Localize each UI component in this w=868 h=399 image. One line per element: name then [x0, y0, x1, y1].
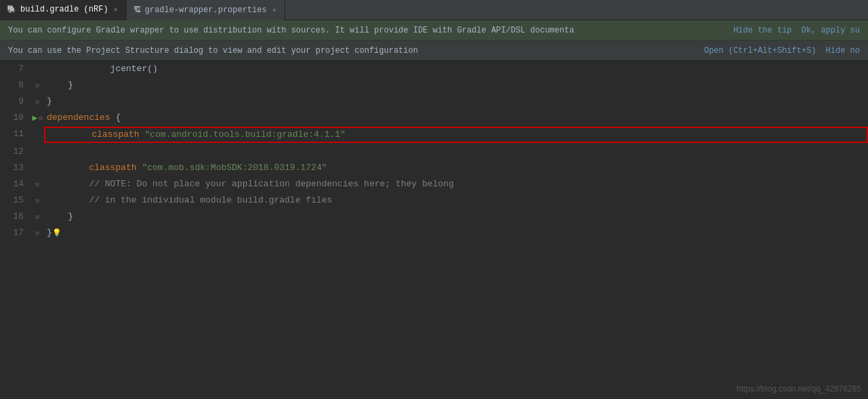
fold-icon-8[interactable]: ⊟ [35, 82, 39, 89]
code-content-9: } [44, 93, 868, 110]
line-number-10: 10 [0, 110, 30, 126]
code-content-8: } [44, 77, 868, 93]
notification-text-project: You can use the Project Structure dialog… [8, 46, 697, 56]
hide-notif-button[interactable]: Hide no [826, 46, 860, 56]
line-number-12: 12 [0, 144, 30, 160]
code-line-9: 9 ⊟ } [0, 93, 868, 110]
line-number-14: 14 [0, 176, 30, 192]
gutter-13 [30, 160, 44, 176]
gradle-icon: 🐘 [7, 5, 16, 14]
gutter-10: ▶ ⊟ [30, 110, 44, 126]
line-number-7: 7 [0, 61, 30, 77]
code-content-14: // NOTE: Do not place your application d… [44, 176, 868, 192]
notification-actions-gradle: Hide the tip Ok, apply su [733, 26, 860, 35]
fold-icon-16[interactable]: ⊟ [35, 213, 39, 221]
tab-gradle-wrapper-close[interactable]: ✕ [271, 5, 278, 15]
gutter-15: ⊟ [30, 192, 44, 209]
fold-icon-15[interactable]: ⊟ [35, 197, 39, 205]
line-number-17: 17 [0, 225, 30, 241]
code-line-14: 14 ⊟ // NOTE: Do not place your applicat… [0, 176, 868, 192]
code-area[interactable]: 7 jcenter() 8 ⊟ } 9 ⊟ } 10 ▶ ⊟ dependenc… [0, 61, 868, 399]
properties-icon: 🏗 [133, 5, 141, 14]
tab-build-gradle[interactable]: 🐘 build.gradle (nRF) ✕ [0, 0, 127, 20]
gutter-12 [30, 144, 44, 160]
hide-tip-button[interactable]: Hide the tip [733, 26, 791, 35]
notification-actions-project: Open (Ctrl+Alt+Shift+S) Hide no [704, 46, 860, 56]
open-project-structure-button[interactable]: Open (Ctrl+Alt+Shift+S) [704, 46, 817, 56]
gutter-14: ⊟ [30, 176, 44, 192]
code-line-12: 12 [0, 144, 868, 160]
tab-bar: 🐘 build.gradle (nRF) ✕ 🏗 gradle-wrapper.… [0, 0, 868, 20]
code-content-10: dependencies { [44, 110, 868, 126]
code-line-10: 10 ▶ ⊟ dependencies { [0, 110, 868, 126]
notification-bar-gradle: You can configure Gradle wrapper to use … [0, 20, 868, 41]
fold-icon-9[interactable]: ⊟ [35, 98, 39, 106]
code-line-13: 13 classpath "com.mob.sdk:MobSDK:2018.03… [0, 160, 868, 176]
tab-build-gradle-close[interactable]: ✕ [112, 5, 119, 14]
gutter-7 [30, 61, 44, 77]
tab-gradle-wrapper[interactable]: 🏗 gradle-wrapper.properties ✕ [127, 0, 285, 20]
code-content-7: jcenter() [44, 61, 868, 77]
gutter-17: ⊟ [30, 225, 44, 241]
line-number-9: 9 [0, 93, 30, 110]
notification-text-gradle: You can configure Gradle wrapper to use … [8, 26, 726, 35]
line-number-13: 13 [0, 160, 30, 176]
code-content-11: classpath "com.android.tools.build:gradl… [44, 127, 868, 143]
line-number-16: 16 [0, 209, 30, 225]
code-content-15: // in the individual module build.gradle… [44, 192, 868, 209]
gutter-11 [30, 126, 44, 144]
code-area-wrapper: 7 jcenter() 8 ⊟ } 9 ⊟ } 10 ▶ ⊟ dependenc… [0, 61, 868, 399]
fold-icon-14[interactable]: ⊟ [35, 181, 39, 188]
code-line-11: 11 classpath "com.android.tools.build:gr… [0, 126, 868, 144]
gutter-16: ⊟ [30, 209, 44, 225]
code-line-16: 16 ⊟ } [0, 209, 868, 225]
code-line-8: 8 ⊟ } [0, 77, 868, 93]
fold-icon-17[interactable]: ⊟ [35, 230, 39, 237]
notification-bar-project: You can use the Project Structure dialog… [0, 41, 868, 61]
tab-build-gradle-label: build.gradle (nRF) [20, 5, 108, 14]
line-number-11: 11 [0, 126, 30, 144]
fold-icon-10[interactable]: ⊟ [39, 114, 42, 122]
code-line-15: 15 ⊟ // in the individual module build.g… [0, 192, 868, 209]
line-number-8: 8 [0, 77, 30, 93]
code-content-16: } [44, 209, 868, 225]
line-number-15: 15 [0, 192, 30, 209]
gutter-8: ⊟ [30, 77, 44, 93]
code-line-7: 7 jcenter() [0, 61, 868, 77]
gutter-9: ⊟ [30, 93, 44, 110]
tab-gradle-wrapper-label: gradle-wrapper.properties [145, 5, 267, 15]
watermark: https://blog.csdn.net/qq_42876285 [737, 384, 861, 394]
code-line-17: 17 ⊟ }💡 [0, 225, 868, 241]
ok-apply-button[interactable]: Ok, apply su [802, 26, 860, 35]
code-content-17: }💡 [44, 225, 868, 241]
code-content-12 [44, 144, 868, 160]
code-content-13: classpath "com.mob.sdk:MobSDK:2018.0319.… [44, 160, 868, 176]
run-icon-10[interactable]: ▶ [32, 112, 37, 123]
